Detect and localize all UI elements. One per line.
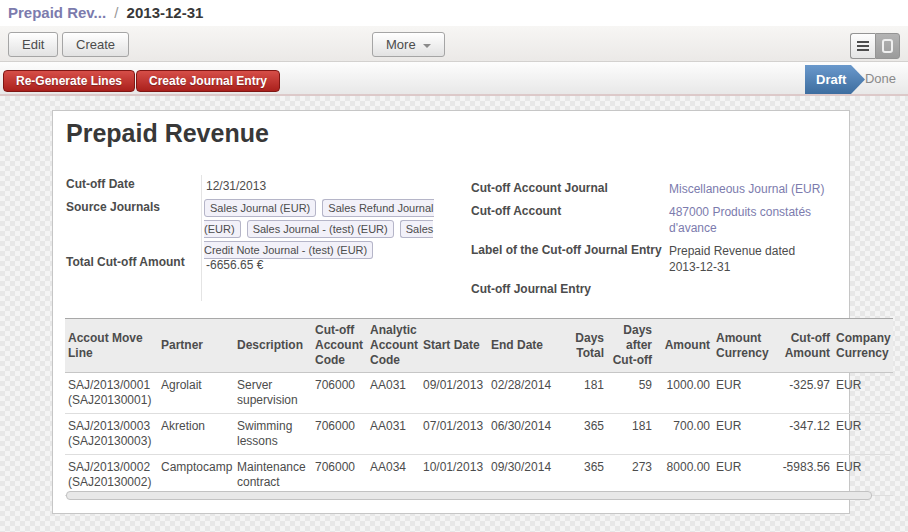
table-cell: AA034: [367, 455, 420, 496]
page-title: Prepaid Revenue: [66, 119, 269, 148]
cutoff-date-value: 12/31/2013: [206, 178, 266, 194]
table-cell: EUR: [833, 455, 893, 496]
journal-tag[interactable]: Sales Journal (EUR): [204, 199, 316, 217]
table-row[interactable]: SAJ/2013/0003 (SAJ20130003) Akretion Swi…: [65, 414, 893, 455]
table-cell: SAJ/2013/0001 (SAJ20130001): [65, 373, 158, 414]
form-icon: [882, 39, 893, 53]
col-header-description: Description: [234, 319, 312, 373]
table-cell: AA031: [367, 414, 420, 455]
table-cell: 06/30/2014: [488, 414, 558, 455]
col-header-days-after-cutoff: Days after Cut-off: [607, 319, 655, 373]
breadcrumb: Prepaid Rev... / 2013-12-31: [0, 0, 908, 21]
journal-entry-label-label: Label of the Cut-off Journal Entry: [471, 243, 681, 257]
table-cell: -347.12: [776, 414, 833, 455]
status-state-done: Done: [865, 62, 896, 96]
table-cell: Camptocamp: [158, 455, 234, 496]
table-cell: 706000: [312, 414, 367, 455]
field-separator-line: [201, 175, 202, 301]
table-cell: Swimming lessons: [234, 414, 312, 455]
table-cell: 365: [558, 414, 607, 455]
table-cell: -5983.56: [776, 455, 833, 496]
table-cell: 181: [607, 414, 655, 455]
col-header-cutoff-account-code: Cut-off Account Code: [312, 319, 367, 373]
table-cell: SAJ/2013/0003 (SAJ20130003): [65, 414, 158, 455]
total-cutoff-amount-value: -6656.65 €: [206, 257, 263, 273]
horizontal-scrollbar[interactable]: [66, 491, 872, 500]
table-cell: 02/28/2014: [488, 373, 558, 414]
status-state-draft: Draft: [805, 65, 865, 94]
breadcrumb-current: 2013-12-31: [127, 4, 204, 21]
create-button[interactable]: Create: [62, 32, 129, 57]
table-cell: Agrolait: [158, 373, 234, 414]
breadcrumb-bar: Prepaid Rev... / 2013-12-31: [0, 0, 908, 26]
cutoff-date-label: Cut-off Date: [66, 177, 135, 191]
table-cell: EUR: [713, 455, 776, 496]
table-cell: Akretion: [158, 414, 234, 455]
col-header-amount-currency: Amount Currency: [713, 319, 776, 373]
col-header-days-total: Days Total: [558, 319, 607, 373]
table-cell: 706000: [312, 455, 367, 496]
table-cell: 706000: [312, 373, 367, 414]
create-journal-entry-button[interactable]: Create Journal Entry: [136, 70, 280, 92]
col-header-company-currency: Company Currency: [833, 319, 893, 373]
toolbar: Edit Create More: [0, 26, 908, 62]
col-header-cutoff-amount: Cut-off Amount: [776, 319, 833, 373]
regenerate-lines-button[interactable]: Re-Generate Lines: [3, 70, 135, 92]
chevron-down-icon: [423, 44, 431, 48]
col-header-start-date: Start Date: [420, 319, 488, 373]
table-cell: 59: [607, 373, 655, 414]
table-row[interactable]: SAJ/2013/0002 (SAJ20130002) Camptocamp M…: [65, 455, 893, 496]
journal-tag[interactable]: Sales Journal - (test) (EUR): [247, 220, 394, 238]
table-cell: EUR: [713, 373, 776, 414]
content-area: Prepaid Revenue Cut-off Date 12/31/2013 …: [0, 96, 908, 532]
breadcrumb-parent-link[interactable]: Prepaid Rev...: [8, 4, 106, 21]
table-cell: 365: [558, 455, 607, 496]
table-cell: 1000.00: [655, 373, 713, 414]
table-cell: 8000.00: [655, 455, 713, 496]
list-view-button[interactable]: [850, 33, 875, 59]
table-cell: EUR: [833, 373, 893, 414]
edit-button[interactable]: Edit: [8, 32, 58, 57]
table-cell: Server supervision: [234, 373, 312, 414]
cutoff-lines-table: Accout Move Line Partner Description Cut…: [65, 318, 893, 496]
table-cell: SAJ/2013/0002 (SAJ20130002): [65, 455, 158, 496]
table-cell: 273: [607, 455, 655, 496]
draft-label: Draft: [816, 72, 846, 87]
table-cell: 181: [558, 373, 607, 414]
col-header-amount: Amount: [655, 319, 713, 373]
more-label: More: [386, 37, 416, 52]
cutoff-journal-entry-label: Cut-off Journal Entry: [471, 282, 681, 296]
status-bar: Re-Generate Lines Create Journal Entry D…: [0, 62, 908, 96]
source-journals-label: Source Journals: [66, 200, 160, 214]
list-icon: [857, 41, 869, 51]
cutoff-account-journal-link[interactable]: Miscellaneous Journal (EUR): [669, 181, 849, 197]
form-view-button[interactable]: [875, 33, 900, 59]
table-cell: -325.97: [776, 373, 833, 414]
table-cell: 700.00: [655, 414, 713, 455]
source-journals-tags: Sales Journal (EUR) Sales Refund Journal…: [204, 198, 448, 261]
col-header-account-move-line: Accout Move Line: [65, 319, 158, 373]
table-cell: 09/01/2013: [420, 373, 488, 414]
table-cell: 10/01/2013: [420, 455, 488, 496]
table-cell: 09/30/2014: [488, 455, 558, 496]
journal-entry-label-value: Prepaid Revenue dated 2013-12-31: [669, 243, 819, 275]
table-header-row: Accout Move Line Partner Description Cut…: [65, 319, 893, 373]
table-cell: AA031: [367, 373, 420, 414]
table-row[interactable]: SAJ/2013/0001 (SAJ20130001) Agrolait Ser…: [65, 373, 893, 414]
col-header-analytic-account-code: Analytic Account Code: [367, 319, 420, 373]
table-cell: EUR: [713, 414, 776, 455]
cutoff-account-journal-label: Cut-off Account Journal: [471, 181, 676, 195]
view-switcher: [850, 33, 900, 59]
cutoff-account-link[interactable]: 487000 Produits constatés d'avance: [669, 204, 841, 236]
table-cell: 07/01/2013: [420, 414, 488, 455]
breadcrumb-separator: /: [110, 4, 122, 21]
total-cutoff-amount-label: Total Cut-off Amount: [66, 255, 185, 269]
cutoff-account-label: Cut-off Account: [471, 204, 676, 218]
col-header-end-date: End Date: [488, 319, 558, 373]
more-dropdown-button[interactable]: More: [372, 32, 445, 57]
table-cell: Maintenance contract: [234, 455, 312, 496]
col-header-partner: Partner: [158, 319, 234, 373]
table-cell: EUR: [833, 414, 893, 455]
